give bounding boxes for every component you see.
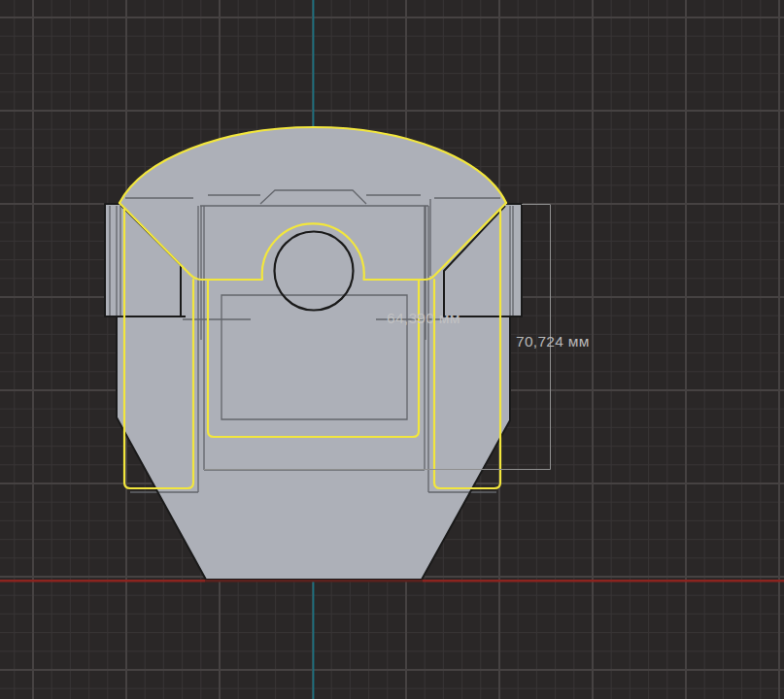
dimension-label-height[interactable]: 70,724 мм (516, 333, 590, 350)
dimension-label-width[interactable]: 64,390 мм (387, 310, 460, 326)
viewport-canvas: 64,390 мм 70,724 мм (0, 0, 784, 699)
cad-viewport: 64,390 мм 70,724 мм (0, 0, 784, 699)
